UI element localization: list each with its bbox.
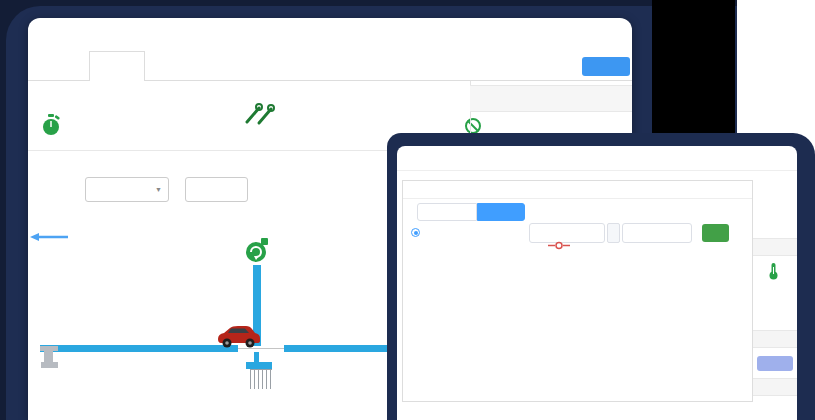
redacted-black-region bbox=[652, 0, 735, 137]
sidebar-compare-header bbox=[753, 330, 797, 348]
compare-analysis-button[interactable] bbox=[757, 356, 793, 371]
overlay-window bbox=[397, 146, 797, 420]
section-select-dropdown[interactable]: ▼ bbox=[85, 177, 169, 202]
dialog-divider bbox=[403, 198, 752, 199]
stopwatch-icon bbox=[40, 113, 62, 139]
end-time-input[interactable] bbox=[622, 223, 692, 243]
overlay-header-divider bbox=[397, 170, 797, 171]
bridge-tower-lower bbox=[254, 352, 259, 363]
chart-legend[interactable] bbox=[548, 241, 570, 250]
wrench-icons bbox=[243, 102, 277, 126]
car-image bbox=[216, 324, 262, 349]
bridge-pier-footing bbox=[250, 369, 272, 389]
vibration-bar-chart bbox=[437, 255, 749, 389]
camera-rotate-icon[interactable] bbox=[244, 237, 272, 265]
query-button[interactable] bbox=[702, 224, 729, 242]
start-time-input[interactable] bbox=[529, 223, 605, 243]
thermometer-icon bbox=[767, 262, 780, 280]
sidebar-legend-header bbox=[753, 238, 797, 256]
direction-arrow-icon bbox=[30, 233, 68, 241]
tab-playback[interactable] bbox=[477, 203, 525, 221]
sidebar-point-list-header bbox=[753, 378, 797, 396]
chevron-down-icon: ▼ bbox=[155, 186, 162, 193]
legend-panel-header bbox=[470, 85, 632, 112]
legend-marker-icon bbox=[548, 241, 570, 250]
enlarge-section-button[interactable] bbox=[185, 177, 248, 202]
bridge-pier-cap bbox=[246, 362, 272, 369]
range-separator bbox=[607, 223, 620, 243]
tab-realtime-graph[interactable] bbox=[417, 203, 477, 221]
abutment-stem bbox=[44, 351, 53, 362]
abutment-base bbox=[41, 362, 58, 368]
bridge-deck-left bbox=[40, 345, 238, 352]
radio-last-two-months[interactable] bbox=[411, 228, 420, 237]
realtime-curve-dialog bbox=[402, 180, 753, 402]
